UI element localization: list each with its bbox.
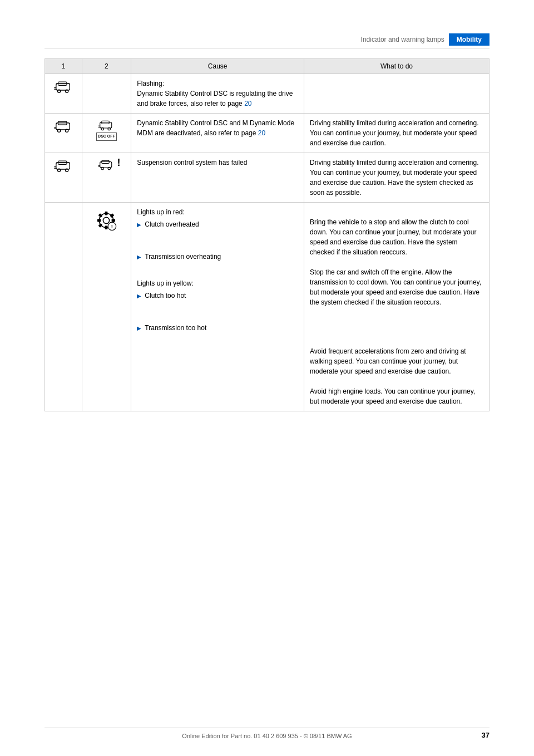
row2-what-text: Driving stability limited during acceler…: [310, 119, 478, 147]
row3-what: Driving stability limited during acceler…: [304, 153, 490, 203]
clutch-overheated-what: Bring the vehicle to a stop and allow th…: [310, 217, 483, 257]
cause-header: Cause: [131, 59, 304, 74]
row2-cause-text: Dynamic Stability Control DSC and M Dyna…: [137, 119, 294, 137]
row3-what-text: Driving stability limited during acceler…: [310, 159, 478, 197]
exclamation-mark: !: [117, 158, 120, 168]
yellow-lights-section: Lights up in yellow: ▶ Clutch too hot ▶ …: [137, 278, 298, 333]
red-lights-section: Lights up in red: ▶ Clutch overheated ▶ …: [137, 207, 298, 262]
header-mobility-tab: Mobility: [449, 33, 490, 46]
excl-car-icon: !: [98, 158, 115, 174]
table-header-row: 1 2 Cause What to do: [45, 59, 490, 74]
row3-cause: Suspension control system has failed: [131, 153, 304, 203]
row3-col2: !: [82, 153, 131, 203]
row3-col1: [45, 153, 82, 203]
svg-rect-34: [97, 219, 101, 222]
bullet-arrow-icon-4: ▶: [137, 324, 141, 332]
page-container: Indicator and warning lamps Mobility 1 2…: [0, 0, 534, 756]
svg-rect-36: [98, 213, 103, 218]
svg-rect-38: [98, 223, 103, 228]
car-icon-3: [53, 158, 73, 173]
clutch-hot-what: Avoid frequent accelerations from zero a…: [310, 346, 483, 376]
clutch-overheated-item: ▶ Clutch overheated: [137, 219, 298, 229]
svg-rect-39: [110, 213, 115, 218]
row1-cause: Flashing:Dynamic Stability Control DSC i…: [131, 74, 304, 114]
row1-what: [304, 74, 490, 114]
footer: Online Edition for Part no. 01 40 2 609 …: [44, 728, 490, 739]
transmission-overheating-item: ▶ Transmission overheating: [137, 252, 298, 262]
row4-col1: [45, 203, 82, 411]
clutch-hot-item: ▶ Clutch too hot: [137, 291, 298, 301]
row2-col1: [45, 114, 82, 153]
header-bar: Indicator and warning lamps Mobility: [44, 33, 490, 48]
row1-cause-text: Flashing:Dynamic Stability Control DSC i…: [137, 80, 293, 107]
red-lights-header: Lights up in red:: [137, 207, 298, 217]
bullet-arrow-icon-3: ▶: [137, 292, 141, 300]
row2-col2: DSC OFF: [82, 114, 131, 153]
bullet-arrow-icon: ▶: [137, 220, 141, 229]
clutch-hot-label: Clutch too hot: [145, 291, 186, 301]
row4-what: Bring the vehicle to a stop and allow th…: [304, 203, 490, 411]
footer-text: Online Edition for Part no. 01 40 2 609 …: [182, 733, 352, 739]
row4-cause: Lights up in red: ▶ Clutch overheated ▶ …: [131, 203, 304, 411]
gear-icon: !: [95, 209, 117, 232]
row1-col1: [45, 74, 82, 114]
car-icon-excl: [98, 158, 115, 171]
table-row: ! Suspension control system has failed D…: [45, 153, 490, 203]
transmission-overheating-what: Stop the car and switch off the engine. …: [310, 267, 483, 307]
car-icon-dscoff: [98, 118, 115, 131]
dsc-off-icon: DSC OFF: [96, 118, 117, 141]
row4-col2: !: [82, 203, 131, 411]
dsc-off-badge: DSC OFF: [96, 132, 117, 141]
page-number: 37: [482, 731, 490, 739]
transmission-hot-label: Transmission too hot: [145, 323, 206, 333]
car-icon-2: [53, 118, 73, 134]
row2-what: Driving stability limited during acceler…: [304, 114, 490, 153]
svg-rect-35: [112, 219, 115, 222]
transmission-overheating-label: Transmission overheating: [145, 252, 221, 262]
row2-cause: Dynamic Stability Control DSC and M Dyna…: [131, 114, 304, 153]
yellow-lights-header: Lights up in yellow:: [137, 278, 298, 288]
car-icon: [53, 78, 73, 94]
svg-text:!: !: [111, 223, 113, 229]
col1-header: 1: [45, 59, 82, 74]
what-header: What to do: [304, 59, 490, 74]
row2-page-link[interactable]: 20: [258, 129, 265, 137]
header-indicator-text: Indicator and warning lamps: [44, 36, 449, 43]
svg-rect-32: [105, 212, 108, 215]
clutch-overheated-label: Clutch overheated: [145, 219, 199, 229]
row1-page-link[interactable]: 20: [244, 100, 251, 107]
transmission-hot-what: Avoid high engine loads. You can continu…: [310, 386, 483, 406]
bullet-arrow-icon-2: ▶: [137, 253, 141, 261]
svg-point-31: [103, 217, 110, 223]
main-table: 1 2 Cause What to do: [44, 58, 490, 411]
svg-rect-33: [105, 226, 108, 229]
table-row: Flashing:Dynamic Stability Control DSC i…: [45, 74, 490, 114]
table-row: DSC OFF Dynamic Stability Control DSC an…: [45, 114, 490, 153]
row1-col2: [82, 74, 131, 114]
col2-header: 2: [82, 59, 131, 74]
row3-cause-text: Suspension control system has failed: [137, 159, 247, 166]
transmission-hot-item: ▶ Transmission too hot: [137, 323, 298, 333]
table-row: ! Lights up in red: ▶ Clutch overheated …: [45, 203, 490, 411]
